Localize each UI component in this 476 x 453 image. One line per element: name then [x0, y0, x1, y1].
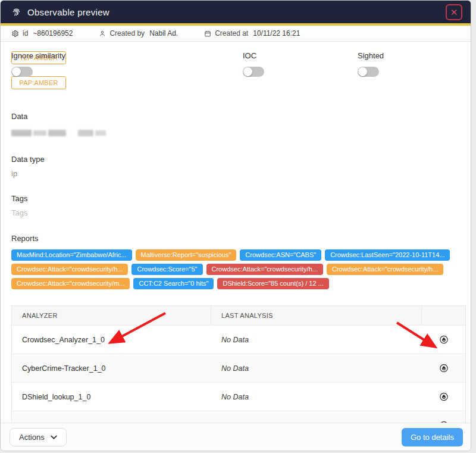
close-icon[interactable]: ✕: [446, 4, 462, 20]
created-at-value: 10/11/22 16:21: [253, 29, 300, 38]
actions-button[interactable]: Actions: [10, 428, 67, 446]
ioc-toggle[interactable]: [243, 67, 264, 77]
created-at-label: Created at: [215, 29, 248, 38]
modal-header: Observable preview ✕: [1, 1, 471, 23]
chevron-down-icon: [51, 435, 57, 439]
id-value: ~860196952: [33, 29, 73, 38]
ignore-similarity-toggle-group: Ignore similarity: [11, 51, 65, 77]
modal-title: Observable preview: [27, 7, 109, 17]
run-analyzer-icon[interactable]: [438, 333, 450, 346]
report-chip[interactable]: Crowdsec:ASN="CABS": [240, 249, 321, 261]
report-chip[interactable]: Crowdsec:Attack="crowdsecurity/h...: [327, 264, 443, 275]
report-chip[interactable]: Crowdsec:Attack="crowdsecurity/h...: [11, 264, 128, 275]
report-chip[interactable]: Crowdsec:LastSeen="2022-10-11T14...: [325, 249, 450, 261]
meta-id: id ~860196952: [11, 29, 73, 38]
person-icon: [99, 30, 106, 38]
report-chip[interactable]: MaxMind:Location="Zimbabwe/Afric...: [11, 249, 132, 261]
reports-label: Reports: [11, 234, 460, 243]
analyzer-row: DShield_lookup_1_0 No Data: [12, 382, 465, 411]
calendar-icon: [204, 30, 211, 38]
created-by-label: Created by: [109, 29, 145, 38]
gear-icon: [11, 30, 19, 38]
report-chip[interactable]: Crowdsec:Attack="crowdsecurity/m...: [11, 278, 130, 289]
pap-badge[interactable]: PAP:AMBER: [11, 76, 66, 89]
tags-input[interactable]: Tags: [11, 208, 460, 217]
column-last-analysis: LAST ANALYSIS: [211, 306, 422, 325]
last-analysis-value: No Data: [211, 364, 422, 373]
tlp-pap-badges: TLP:AMBER PAP:AMBER: [11, 51, 460, 89]
ioc-label: IOC: [243, 51, 264, 60]
report-chip[interactable]: Crowdsec:Score="5": [131, 264, 202, 275]
last-analysis-value: No Data: [211, 336, 422, 344]
created-by-value: Nabil Ad.: [149, 29, 178, 38]
data-type-value: ip: [11, 169, 460, 178]
id-label: id: [23, 29, 28, 38]
column-analyzer: ANALYZER: [12, 306, 211, 325]
analyzer-row: GoogleDNS_resolve_1_0_0 No Data: [12, 411, 465, 423]
analyzer-table: ANALYZER LAST ANALYSIS Crowdsec_Analyzer…: [11, 305, 466, 423]
modal-body: TLP:AMBER PAP:AMBER IOC Sighted Ignore s…: [1, 42, 471, 423]
analyzer-row: CyberCrime-Tracker_1_0 No Data: [12, 354, 465, 382]
report-chip[interactable]: DShield:Score="85 count(s) / 12 ...: [217, 278, 328, 289]
run-analyzer-icon[interactable]: [438, 390, 450, 403]
flags-zone: TLP:AMBER PAP:AMBER IOC Sighted Ignore s…: [11, 51, 460, 99]
report-chip[interactable]: Maltiverse:Report="suspicious": [136, 249, 237, 261]
ioc-toggle-group: IOC: [243, 51, 264, 77]
meta-created-by: Created by Nabil Ad.: [99, 29, 178, 38]
go-to-details-button[interactable]: Go to details: [402, 428, 463, 446]
fingerprint-icon: [11, 7, 21, 17]
analyzer-name: Crowdsec_Analyzer_1_0: [12, 336, 211, 344]
analyzer-name: DShield_lookup_1_0: [12, 393, 211, 401]
observable-preview-modal: Observable preview ✕ id ~860196952 Creat…: [0, 0, 471, 451]
last-analysis-value: No Data: [211, 421, 422, 423]
ignore-similarity-toggle[interactable]: [11, 67, 33, 77]
column-actions: [422, 306, 465, 325]
sighted-toggle[interactable]: [358, 67, 379, 77]
report-chip[interactable]: CCT:C2 Search="0 hits": [133, 278, 214, 289]
analyzer-table-header: ANALYZER LAST ANALYSIS: [12, 306, 465, 325]
run-analyzer-icon[interactable]: [438, 419, 450, 423]
report-chip[interactable]: Crowdsec:Attack="crowdsecurity/h...: [206, 264, 323, 275]
data-type-label: Data type: [11, 155, 460, 164]
ignore-similarity-label: Ignore similarity: [11, 51, 65, 60]
analyzer-name: CyberCrime-Tracker_1_0: [12, 364, 211, 373]
meta-bar: id ~860196952 Created by Nabil Ad. Creat…: [1, 26, 471, 42]
sighted-label: Sighted: [358, 51, 384, 60]
last-analysis-value: No Data: [211, 393, 422, 401]
meta-created-at: Created at 10/11/22 16:21: [204, 29, 300, 38]
run-analyzer-icon[interactable]: [438, 362, 450, 374]
modal-footer: Actions Go to details: [1, 423, 471, 451]
analyzer-table-rows: Crowdsec_Analyzer_1_0 No Data CyberCrime…: [12, 325, 465, 423]
data-label: Data: [11, 112, 460, 121]
tags-label: Tags: [11, 194, 460, 203]
analyzer-name: GoogleDNS_resolve_1_0_0: [12, 421, 211, 423]
actions-button-label: Actions: [19, 433, 45, 442]
sighted-toggle-group: Sighted: [358, 51, 384, 77]
data-value-redacted: [11, 129, 460, 137]
report-chips: MaxMind:Location="Zimbabwe/Afric... Malt…: [11, 249, 454, 289]
analyzer-row: Crowdsec_Analyzer_1_0 No Data: [12, 325, 465, 354]
